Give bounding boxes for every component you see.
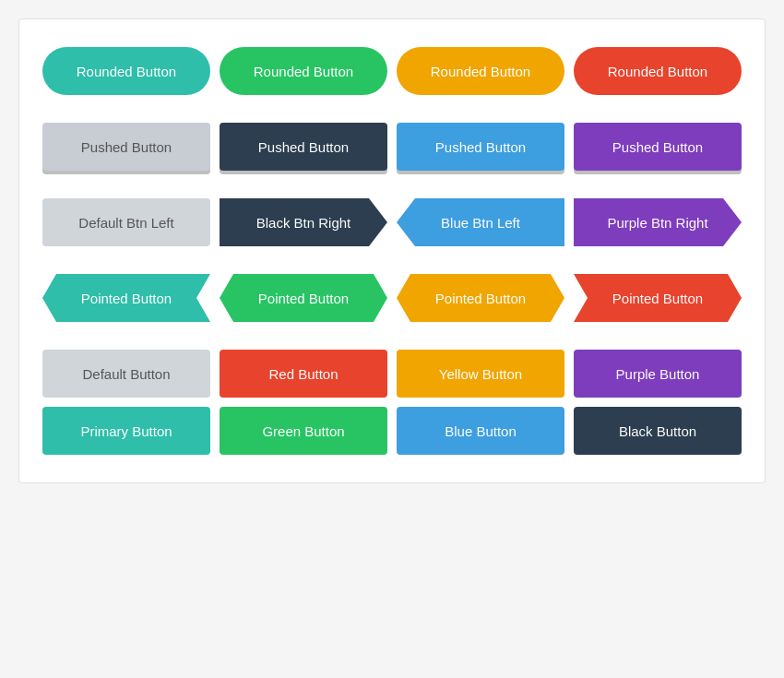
pushed-darkblue-button[interactable]: Pushed Button (220, 123, 387, 171)
arrow-default-left-button[interactable]: Default Btn Left (42, 198, 210, 246)
rect-black-button[interactable]: Black Button (574, 407, 742, 455)
arrow-blue-left-button[interactable]: Blue Btn Left (397, 198, 564, 246)
row-rect-bottom: Primary Button Green Button Blue Button … (42, 407, 742, 455)
rect-blue-button[interactable]: Blue Button (397, 407, 564, 455)
rect-purple-button[interactable]: Purple Button (574, 350, 742, 398)
pointed-red-button[interactable]: Pointed Button (574, 274, 742, 322)
rounded-green-button[interactable]: Rounded Button (220, 47, 387, 95)
pushed-blue-button[interactable]: Pushed Button (397, 123, 564, 171)
pushed-gray-button[interactable]: Pushed Button (42, 123, 210, 171)
row-pointed: Pointed Button Pointed Button Pointed Bu… (42, 274, 742, 322)
row-pushed: Pushed Button Pushed Button Pushed Butto… (42, 123, 742, 171)
row-rounded: Rounded Button Rounded Button Rounded Bu… (42, 47, 742, 95)
pushed-purple-button[interactable]: Pushed Button (574, 123, 742, 171)
rect-default-button[interactable]: Default Button (42, 350, 210, 398)
main-container: Rounded Button Rounded Button Rounded Bu… (18, 18, 766, 483)
pointed-teal-button[interactable]: Pointed Button (42, 274, 210, 322)
row-rect-top: Default Button Red Button Yellow Button … (42, 350, 742, 398)
rect-red-button[interactable]: Red Button (220, 350, 387, 398)
rect-yellow-button[interactable]: Yellow Button (397, 350, 564, 398)
pointed-green-button[interactable]: Pointed Button (220, 274, 387, 322)
arrow-black-right-button[interactable]: Black Btn Right (220, 198, 387, 246)
rounded-red-button[interactable]: Rounded Button (574, 47, 742, 95)
rect-primary-button[interactable]: Primary Button (42, 407, 210, 455)
pointed-orange-button[interactable]: Pointed Button (397, 274, 564, 322)
rect-green-button[interactable]: Green Button (220, 407, 387, 455)
arrow-purple-right-button[interactable]: Purple Btn Right (574, 198, 742, 246)
rounded-yellow-button[interactable]: Rounded Button (397, 47, 564, 95)
rounded-teal-button[interactable]: Rounded Button (42, 47, 210, 95)
row-arrow: Default Btn Left Black Btn Right Blue Bt… (42, 198, 742, 246)
